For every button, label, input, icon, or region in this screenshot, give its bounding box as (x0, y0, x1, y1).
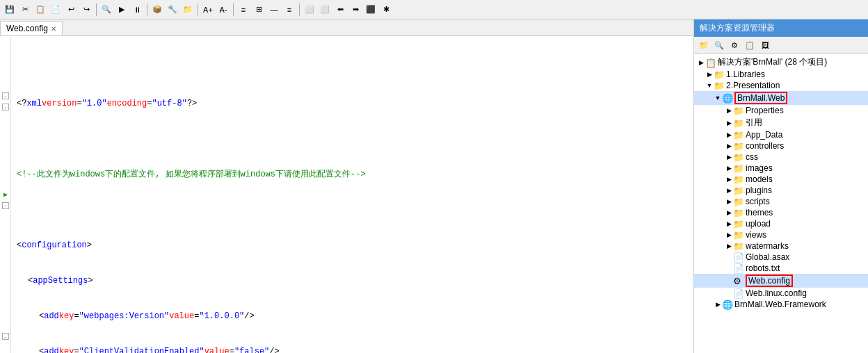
views-arrow[interactable]: ▶ (725, 231, 733, 238)
controllers-label: controllers (746, 141, 784, 151)
toolbar-btn-18[interactable]: ≡ (282, 3, 296, 17)
references-label: 引用 (746, 117, 762, 129)
toolbar-btn-5[interactable]: ↩ (64, 3, 78, 17)
toolbar-btn-13[interactable]: A+ (201, 3, 215, 17)
tree-item-web-config[interactable]: ▶ ⚙ Web.config (694, 274, 868, 288)
app-data-arrow[interactable]: ▶ (725, 131, 733, 138)
toolbar-btn-24[interactable]: ✱ (379, 3, 393, 17)
images-arrow[interactable]: ▶ (725, 165, 733, 172)
views-label: views (746, 230, 766, 240)
watermarks-arrow[interactable]: ▶ (725, 243, 733, 249)
tree-item-controllers[interactable]: ▶ 📁 controllers (694, 140, 868, 151)
tab-label: Web.config (6, 24, 48, 33)
tree-item-scripts[interactable]: ▶ 📁 scripts (694, 196, 868, 207)
gutter-14 (0, 178, 11, 189)
code-line-6: <configuration> (17, 240, 688, 252)
controllers-arrow[interactable]: ▶ (725, 142, 733, 149)
tree-item-robots-txt[interactable]: ▶ 📄 robots.txt (694, 263, 868, 274)
toolbar-btn-4[interactable]: 📄 (49, 3, 63, 17)
references-arrow[interactable]: ▶ (725, 120, 733, 126)
toolbar-btn-1[interactable]: 💾 (3, 3, 17, 17)
toolbar-btn-14[interactable]: A- (216, 3, 230, 17)
gutter-18 (0, 222, 11, 233)
css-arrow[interactable]: ▶ (725, 154, 733, 161)
tree-item-models[interactable]: ▶ 📁 models (694, 174, 868, 185)
properties-arrow[interactable]: ▶ (725, 107, 733, 114)
toolbar-btn-21[interactable]: ⬅ (333, 3, 347, 17)
toolbar-btn-2[interactable]: ✂ (18, 3, 32, 17)
collapse-appsettings[interactable]: - (2, 104, 9, 110)
tree-item-brnmall-framework[interactable]: ▶ 🌐 BrnMall.Web.Framework (694, 299, 868, 310)
gutter-8 (0, 113, 11, 124)
tree-item-properties[interactable]: ▶ 📁 Properties (694, 105, 868, 116)
toolbar-btn-22[interactable]: ➡ (348, 3, 362, 17)
gutter-15: ▶ (0, 189, 11, 200)
plugins-arrow[interactable]: ▶ (725, 187, 733, 194)
gutter-22 (0, 265, 11, 277)
tree-item-watermarks[interactable]: ▶ 📁 watermarks (694, 240, 868, 252)
tree-item-references[interactable]: ▶ 📁 引用 (694, 116, 868, 129)
toolbar-btn-12[interactable]: 📁 (181, 3, 195, 17)
themes-arrow[interactable]: ▶ (725, 209, 733, 216)
upload-arrow[interactable]: ▶ (725, 220, 733, 227)
gutter-10 (0, 134, 11, 145)
tree-item-upload[interactable]: ▶ 📁 upload (694, 218, 868, 229)
toolbar-btn-16[interactable]: ⊞ (252, 3, 266, 17)
se-btn-2[interactable]: 🔍 (712, 38, 726, 52)
robots-label: robots.txt (746, 263, 780, 273)
tree-item-app-data[interactable]: ▶ 📁 App_Data (694, 129, 868, 140)
gutter-13 (0, 167, 11, 179)
tree-item-global-asax[interactable]: ▶ 📄 Global.asax (694, 252, 868, 263)
tree-item-views[interactable]: ▶ 📁 views (694, 229, 868, 240)
toolbar-btn-6[interactable]: ↪ (79, 3, 93, 17)
main-area: Web.config ✕ - - (0, 19, 868, 353)
tree-item-web-linux-config[interactable]: ▶ 📄 Web.linux.config (694, 288, 868, 299)
toolbar-btn-15[interactable]: ≡ (236, 3, 250, 17)
toolbar-btn-9[interactable]: ⏸ (130, 3, 144, 17)
tab-webconfig[interactable]: Web.config ✕ (0, 21, 63, 35)
tree-solution-root[interactable]: ▶ 📋 解决方案'BrnMall' (28 个项目) (694, 56, 868, 69)
code-container[interactable]: - - ▶ - (0, 36, 693, 353)
tree-item-presentation[interactable]: ▼ 📁 2.Presentation (694, 80, 868, 91)
toolbar-btn-11[interactable]: 🔧 (166, 3, 179, 17)
tree-item-css[interactable]: ▶ 📁 css (694, 151, 868, 163)
toolbar-btn-3[interactable]: 📋 (33, 3, 47, 17)
libraries-arrow[interactable]: ▶ (705, 71, 714, 78)
toolbar-btn-23[interactable]: ⬛ (364, 3, 378, 17)
tree-item-brnmall-web[interactable]: ▼ 🌐 BrnMall.Web (694, 91, 868, 105)
toolbar-btn-17[interactable]: — (267, 3, 281, 17)
toolbar-btn-20[interactable]: ⬜ (318, 3, 332, 17)
app-data-label: App_Data (746, 130, 782, 140)
se-btn-4[interactable]: 📋 (743, 38, 757, 52)
toolbar-btn-8[interactable]: ▶ (115, 3, 129, 17)
tree-item-plugins[interactable]: ▶ 📁 plugins (694, 185, 868, 196)
tree-item-libraries[interactable]: ▶ 📁 1.Libraries (694, 69, 868, 80)
presentation-arrow[interactable]: ▼ (705, 82, 714, 89)
plugins-label: plugins (746, 186, 772, 195)
collapse-configuration[interactable]: - (2, 92, 9, 99)
code-content[interactable]: <?xml version="1.0" encoding="utf-8"?> <… (11, 36, 693, 353)
toolbar-btn-19[interactable]: ⬜ (303, 3, 316, 17)
collapse-assemblies[interactable]: - (2, 202, 9, 209)
web-config-icon: ⚙ (733, 276, 744, 286)
solution-arrow[interactable]: ▶ (697, 59, 705, 66)
brnmall-web-arrow[interactable]: ▼ (714, 95, 722, 101)
watermarks-icon: 📁 (733, 241, 744, 251)
code-line-5 (17, 204, 688, 216)
tab-close-button[interactable]: ✕ (51, 25, 56, 33)
tree-item-images[interactable]: ▶ 📁 images (694, 163, 868, 174)
framework-arrow[interactable]: ▶ (714, 301, 722, 308)
gutter-12 (0, 156, 11, 167)
tree-item-themes[interactable]: ▶ 📁 themes (694, 207, 868, 218)
se-btn-3[interactable]: ⚙ (728, 38, 741, 52)
models-arrow[interactable]: ▶ (725, 176, 733, 183)
scripts-arrow[interactable]: ▶ (725, 198, 733, 205)
themes-icon: 📁 (733, 208, 744, 217)
se-btn-5[interactable]: 🖼 (758, 38, 772, 52)
se-btn-1[interactable]: 📁 (697, 38, 711, 52)
gutter-1 (0, 36, 11, 47)
collapse-pages[interactable]: - (2, 333, 9, 340)
toolbar-btn-7[interactable]: 🔍 (99, 3, 113, 17)
web-linux-label: Web.linux.config (746, 288, 807, 298)
toolbar-btn-10[interactable]: 📦 (150, 3, 164, 17)
